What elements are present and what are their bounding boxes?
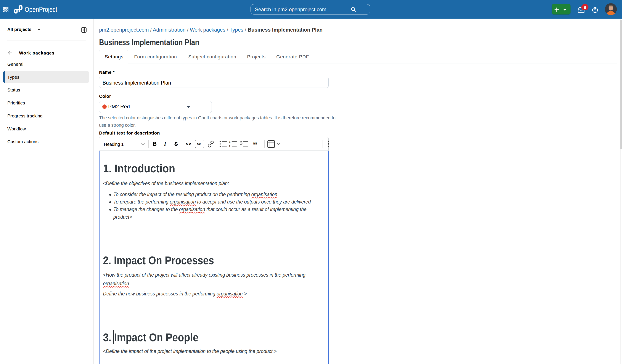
svg-text:1: 1 [229, 141, 230, 143]
svg-text:2: 2 [229, 145, 230, 148]
